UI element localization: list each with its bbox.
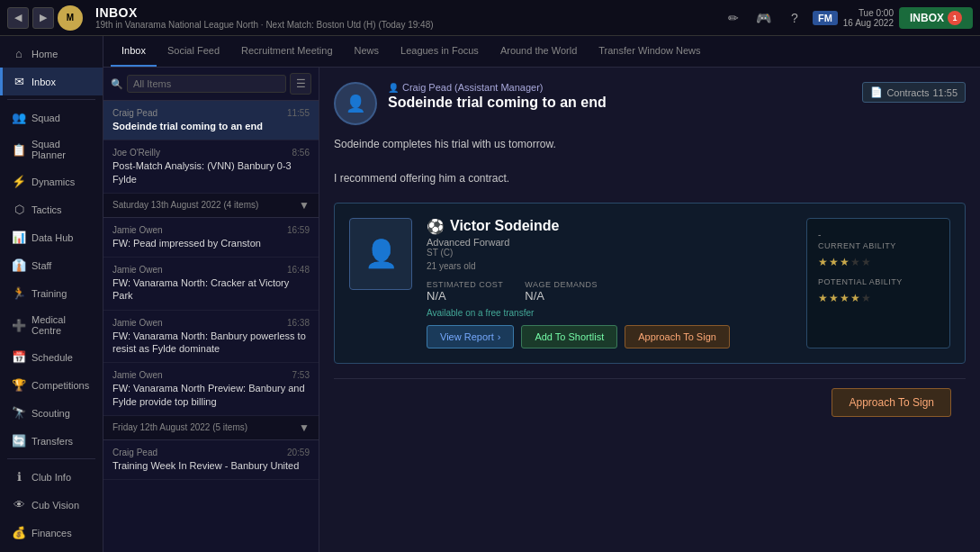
- scouting-icon: 🔭: [12, 406, 26, 420]
- inbox-label: INBOX: [910, 12, 944, 24]
- subnav-social-feed[interactable]: Social Feed: [157, 36, 230, 67]
- sidebar-item-club-info[interactable]: ℹ Club Info: [0, 463, 103, 491]
- sidebar-label-club-info: Club Info: [31, 472, 71, 483]
- home-icon: ⌂: [12, 47, 26, 60]
- sidebar-label-finances: Finances: [31, 528, 72, 538]
- sidebar-label-training: Training: [31, 288, 67, 299]
- page-title-section: INBOX 19th in Vanarama National League N…: [88, 5, 715, 30]
- msg-subject-2: Post-Match Analysis: (VNN) Banbury 0-3 F…: [112, 159, 310, 186]
- estimated-cost-block: ESTIMATED COST N/A: [427, 280, 503, 303]
- sidebar: ⌂ Home ✉ Inbox 👥 Squad 📋 Squad Planner ⚡…: [0, 36, 103, 552]
- help-icon[interactable]: ?: [782, 5, 807, 31]
- date-display: Tue 0:00 16 Aug 2022: [843, 8, 894, 28]
- data-hub-icon: 📊: [12, 231, 26, 244]
- msg-cranston[interactable]: Jamie Owen 16:59 FW: Pead impressed by C…: [103, 218, 319, 258]
- sidebar-item-tactics[interactable]: ⬡ Tactics: [0, 195, 103, 223]
- content-area: Inbox Social Feed Recruitment Meeting Ne…: [103, 36, 980, 552]
- friday-section-header: Friday 12th August 2022 (5 items) ▼: [103, 416, 319, 440]
- page-subtitle: 19th in Vanarama National League North ·…: [95, 20, 715, 30]
- sidebar-item-squad[interactable]: 👥 Squad: [0, 104, 103, 131]
- subnav-news[interactable]: News: [344, 36, 391, 67]
- sidebar-item-medical[interactable]: ➕ Medical Centre: [0, 307, 103, 343]
- saturday-expand-btn[interactable]: ▼: [299, 199, 310, 212]
- back-button[interactable]: ◀: [7, 7, 29, 29]
- sidebar-item-finances[interactable]: 💰 Finances: [0, 519, 103, 547]
- msg-training-review[interactable]: Craig Pead 20:59 Training Week In Review…: [103, 440, 319, 480]
- page-title: INBOX: [95, 5, 715, 20]
- manager-avatar: M: [58, 5, 83, 31]
- search-icon: 🔍: [111, 78, 123, 90]
- finances-icon: 💰: [12, 526, 26, 539]
- sidebar-item-inbox[interactable]: ✉ Inbox: [0, 68, 103, 95]
- message-item-oreilly[interactable]: Joe O'Reilly 8:56 Post-Match Analysis: (…: [103, 140, 319, 194]
- msg-sender-vp: Jamie Owen 16:48: [112, 265, 310, 275]
- add-to-shortlist-button[interactable]: Add To Shortlist: [521, 325, 617, 348]
- sidebar-item-training[interactable]: 🏃 Training: [0, 279, 103, 307]
- sidebar-item-data-hub[interactable]: 📊 Data Hub: [0, 223, 103, 251]
- estimated-cost-label: ESTIMATED COST: [427, 280, 503, 289]
- filter-button[interactable]: ☰: [290, 73, 311, 95]
- potential-ability-title: POTENTIAL ABILITY: [818, 277, 939, 286]
- sidebar-item-squad-planner[interactable]: 📋 Squad Planner: [0, 131, 103, 167]
- inbox-icon: ✉: [12, 75, 26, 88]
- subnav-recruitment[interactable]: Recruitment Meeting: [230, 36, 344, 67]
- sender-name: Craig Pead: [112, 108, 157, 118]
- subnav-inbox[interactable]: Inbox: [111, 36, 157, 67]
- player-age: 21 years old: [427, 261, 792, 271]
- forward-button[interactable]: ▶: [32, 7, 54, 29]
- sidebar-label-tactics: Tactics: [31, 204, 62, 215]
- sidebar-label-schedule: Schedule: [31, 352, 73, 363]
- star-5: ★: [861, 256, 871, 268]
- msg-banbury-powerless[interactable]: Jamie Owen 16:38 FW: Vanarama North: Ban…: [103, 311, 319, 364]
- sidebar-item-schedule[interactable]: 📅 Schedule: [0, 343, 103, 371]
- sidebar-item-dynamics[interactable]: ⚡ Dynamics: [0, 167, 103, 195]
- approach-bottom-button[interactable]: Approach To Sign: [832, 388, 951, 417]
- sidebar-item-dev-centre[interactable]: 🌱 Dev. Centre: [0, 547, 103, 552]
- action-buttons: View Report › Add To Shortlist Approach …: [427, 325, 792, 348]
- wage-block: WAGE DEMANDS N/A: [525, 280, 598, 303]
- sidebar-item-competitions[interactable]: 🏆 Competitions: [0, 371, 103, 399]
- inbox-button[interactable]: INBOX 1: [899, 7, 973, 29]
- controller-icon[interactable]: 🎮: [751, 5, 777, 31]
- subnav-transfer-news[interactable]: Transfer Window News: [588, 36, 711, 67]
- sidebar-item-home[interactable]: ⌂ Home: [0, 40, 103, 68]
- edit-icon[interactable]: ✏: [721, 5, 746, 31]
- approach-to-sign-button[interactable]: Approach To Sign: [625, 325, 730, 348]
- player-stats: ESTIMATED COST N/A WAGE DEMANDS N/A: [427, 280, 792, 303]
- tactics-icon: ⬡: [12, 203, 26, 216]
- sub-navigation: Inbox Social Feed Recruitment Meeting Ne…: [103, 36, 980, 68]
- sidebar-item-staff[interactable]: 👔 Staff: [0, 251, 103, 279]
- msg-sender-cranston: Jamie Owen 16:59: [112, 225, 310, 235]
- msg-sender-2: Joe O'Reilly 8:56: [112, 148, 310, 158]
- contracts-count: 11:55: [932, 87, 958, 98]
- message-item-sodeinde[interactable]: Craig Pead 11:55 Sodeinde trial coming t…: [103, 101, 319, 140]
- transfers-icon: 🔄: [12, 434, 26, 448]
- subnav-leagues[interactable]: Leagues in Focus: [390, 36, 490, 67]
- view-arrow-icon: ›: [498, 331, 501, 342]
- search-input[interactable]: [127, 75, 286, 93]
- pot-star-4: ★: [850, 292, 860, 304]
- msg-sender-tr: Craig Pead 20:59: [112, 448, 310, 457]
- ability-section: - CURRENT ABILITY ★ ★ ★ ★ ★ POTENTIAL AB…: [806, 218, 950, 348]
- pot-star-5: ★: [861, 292, 871, 304]
- msg-victory-park[interactable]: Jamie Owen 16:48 FW: Vanarama North: Cra…: [103, 258, 319, 311]
- fm-badge: FM: [813, 11, 838, 25]
- divider-2: [7, 458, 95, 459]
- contracts-badge: 📄 Contracts 11:55: [862, 82, 966, 103]
- sidebar-label-scouting: Scouting: [31, 408, 70, 419]
- from-name: Craig Pead (Assistant Manager): [402, 82, 544, 93]
- star-1: ★: [818, 256, 828, 268]
- sidebar-item-transfers[interactable]: 🔄 Transfers: [0, 427, 103, 455]
- player-info: ⚽ Victor Sodeinde Advanced Forward ST (C…: [427, 218, 792, 348]
- sidebar-label-transfers: Transfers: [31, 436, 73, 447]
- friday-expand-btn[interactable]: ▼: [299, 421, 310, 434]
- dynamics-icon: ⚡: [12, 175, 26, 188]
- sidebar-item-club-vision[interactable]: 👁 Cub Vision: [0, 491, 103, 519]
- sidebar-item-scouting[interactable]: 🔭 Scouting: [0, 399, 103, 427]
- dash-label: -: [818, 230, 939, 240]
- subnav-around-world[interactable]: Around the World: [490, 36, 588, 67]
- sender-avatar: 👤: [334, 82, 377, 125]
- player-position-code: ST (C): [427, 248, 792, 258]
- msg-preview[interactable]: Jamie Owen 7:53 FW: Vanarama North Previ…: [103, 363, 319, 416]
- view-report-button[interactable]: View Report ›: [427, 325, 514, 348]
